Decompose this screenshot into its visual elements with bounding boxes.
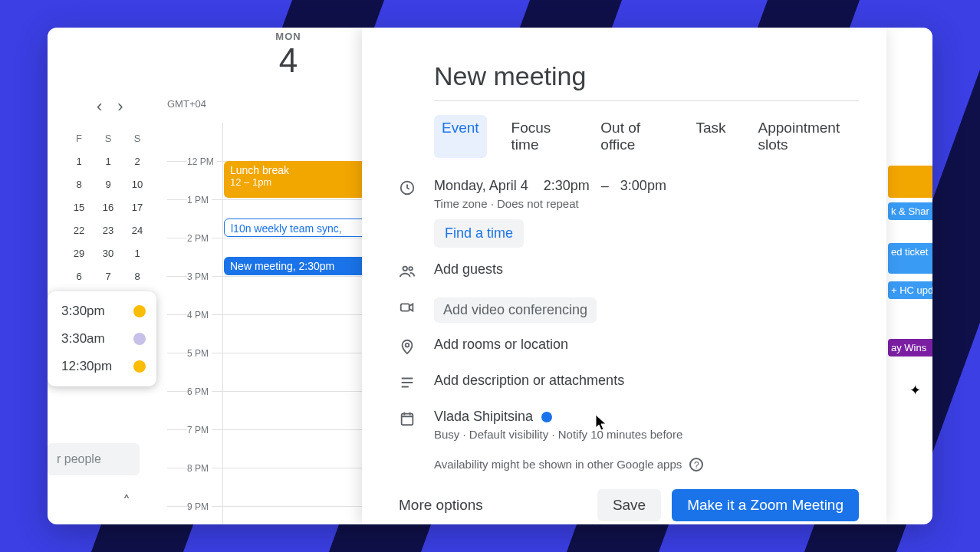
- next-month-button[interactable]: ›: [114, 95, 126, 118]
- prev-month-button[interactable]: ‹: [94, 95, 105, 118]
- mini-day[interactable]: 8: [123, 268, 152, 285]
- event-end-time[interactable]: 3:00pm: [620, 178, 666, 193]
- people-icon: [399, 263, 417, 284]
- svg-rect-5: [402, 414, 413, 426]
- cursor-icon: ✦: [909, 382, 921, 399]
- peek-event[interactable]: ay Wins: [888, 339, 932, 356]
- video-icon: [399, 299, 417, 320]
- time-suggestion[interactable]: 3:30am: [48, 325, 156, 353]
- other-day-events-peek: k & Shar ed ticket + HC upd ay Wins: [888, 166, 932, 356]
- add-location-input[interactable]: Add rooms or location: [434, 337, 859, 353]
- description-icon: [399, 374, 417, 395]
- mini-day[interactable]: 24: [123, 222, 152, 239]
- time-suggestion-label: 3:30am: [61, 331, 105, 347]
- svg-point-1: [403, 267, 408, 271]
- event-title: New meeting: [230, 260, 293, 272]
- tab-appointment-slots[interactable]: Appointment slots: [751, 115, 859, 158]
- location-icon: [399, 338, 417, 359]
- time-suggestion-label: 12:30pm: [61, 359, 112, 374]
- grid-vline: [222, 123, 223, 524]
- calendar-app: ‹ › F S S 1 1 2 8 9 10 15 16 17 22 23 24…: [48, 28, 932, 524]
- mini-day[interactable]: 9: [94, 176, 123, 193]
- calendar-icon: [399, 410, 417, 431]
- tab-task[interactable]: Task: [688, 115, 733, 158]
- make-zoom-meeting-button[interactable]: Make it a Zoom Meeting: [672, 489, 859, 521]
- moon-icon: [133, 333, 146, 345]
- more-options-button[interactable]: More options: [399, 497, 483, 514]
- find-a-time-button[interactable]: Find a time: [434, 219, 524, 248]
- add-guests-input[interactable]: Add guests: [434, 261, 859, 278]
- mini-day[interactable]: 16: [94, 199, 123, 216]
- mini-day[interactable]: 15: [64, 199, 94, 216]
- mini-dow: F: [64, 130, 94, 147]
- event-editor-panel: New meeting Event Focus time Out of offi…: [362, 28, 886, 524]
- add-description-input[interactable]: Add description or attachments: [434, 373, 859, 389]
- save-button[interactable]: Save: [597, 489, 661, 521]
- svg-point-2: [409, 267, 413, 271]
- time-dash: –: [601, 178, 609, 193]
- tab-focus-time[interactable]: Focus time: [504, 115, 577, 158]
- time-suggestion-label: 3:30pm: [61, 304, 105, 319]
- tab-event[interactable]: Event: [434, 115, 487, 158]
- search-people-input[interactable]: r people: [48, 443, 140, 475]
- help-icon[interactable]: ?: [689, 458, 703, 472]
- mini-day[interactable]: 1: [123, 245, 152, 262]
- calendar-owner-name[interactable]: Vlada Shipitsina: [434, 409, 533, 424]
- mini-day[interactable]: 10: [123, 176, 152, 193]
- add-video-button[interactable]: Add video conferencing: [434, 297, 597, 323]
- time-suggestion[interactable]: 3:30pm: [48, 297, 156, 325]
- availability-note: Availability might be shown in other Goo…: [434, 458, 682, 471]
- mini-day[interactable]: 22: [64, 222, 94, 239]
- tab-out-of-office[interactable]: Out of office: [593, 115, 671, 158]
- event-title: l10n weekly team sync,: [231, 222, 342, 235]
- peek-event[interactable]: k & Shar: [888, 202, 932, 220]
- mini-day[interactable]: 8: [64, 176, 94, 193]
- event-date[interactable]: Monday, April 4: [434, 178, 528, 193]
- mini-day[interactable]: 1: [64, 153, 94, 170]
- sun-icon: [133, 305, 146, 317]
- svg-point-4: [406, 343, 409, 347]
- time-suggestion-popover: 3:30pm 3:30am 12:30pm: [48, 291, 156, 386]
- collapse-icon[interactable]: ˄: [123, 492, 130, 511]
- timezone-label: GMT+04: [167, 98, 206, 110]
- peek-event[interactable]: [888, 166, 932, 198]
- sun-icon: [133, 360, 146, 373]
- visibility-meta[interactable]: Busy · Default visibility · Notify 10 mi…: [434, 428, 859, 441]
- mini-day[interactable]: 7: [94, 268, 123, 285]
- search-people-placeholder: r people: [57, 452, 101, 466]
- clock-icon: [399, 179, 417, 200]
- timezone-repeat-label[interactable]: Time zone · Does not repeat: [434, 197, 859, 210]
- mini-day[interactable]: 29: [64, 245, 94, 262]
- mini-day[interactable]: 6: [64, 268, 94, 285]
- event-title-input[interactable]: New meeting: [434, 61, 859, 101]
- peek-event[interactable]: + HC upd: [888, 281, 932, 299]
- event-time: 2:30pm: [298, 260, 334, 272]
- mini-day[interactable]: 30: [94, 245, 123, 262]
- time-suggestion[interactable]: 12:30pm: [48, 353, 156, 380]
- svg-rect-3: [401, 304, 409, 310]
- mini-day[interactable]: 2: [123, 153, 152, 170]
- calendar-color-dot[interactable]: [541, 412, 552, 422]
- mini-dow: S: [123, 130, 152, 147]
- mini-day[interactable]: 23: [94, 222, 123, 239]
- event-start-time[interactable]: 2:30pm: [544, 178, 590, 193]
- peek-event[interactable]: ed ticket: [888, 243, 932, 274]
- event-type-tabs: Event Focus time Out of office Task Appo…: [434, 115, 859, 158]
- mini-day[interactable]: 1: [94, 153, 123, 170]
- mini-dow: S: [94, 130, 123, 147]
- mini-day[interactable]: 17: [123, 199, 152, 216]
